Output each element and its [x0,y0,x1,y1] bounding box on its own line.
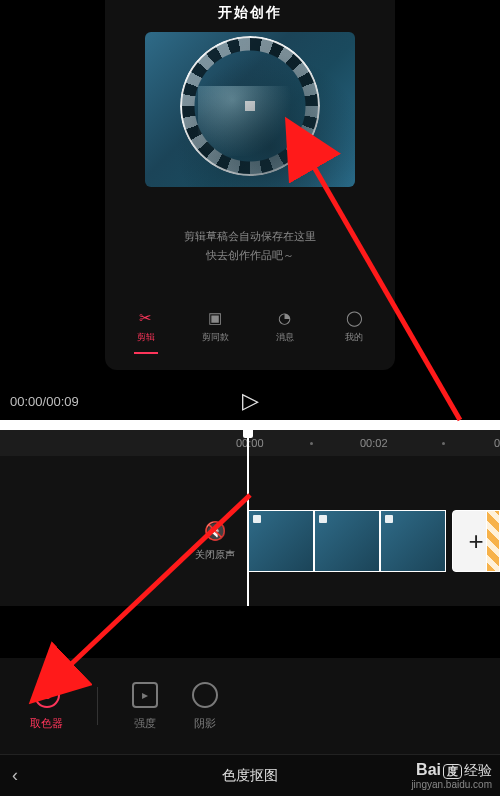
preview-thumbnail[interactable] [145,32,355,187]
nav-label: 我的 [345,331,363,344]
tick-label: 00:00 [236,437,264,449]
bottom-nav: ✂ 剪辑 ▣ 剪同款 ◔ 消息 ◯ 我的 [105,309,395,370]
tick-label: 00:02 [360,437,388,449]
tool-label: 强度 [134,716,156,731]
video-clip[interactable] [380,510,446,572]
draft-hint: 剪辑草稿会自动保存在这里 快去创作作品吧～ [184,227,316,264]
chroma-toolbar: 取色器 ▸ 强度 阴影 [0,658,500,754]
clip-decor [486,510,500,572]
playhead[interactable] [247,430,249,606]
video-clip[interactable] [248,510,314,572]
bell-icon: ◔ [276,309,294,327]
mute-label: 关闭原声 [195,548,235,562]
transport-bar: 00:00/00:09 ▷ [0,384,500,418]
video-clip[interactable] [314,510,380,572]
mute-icon: 🔇 [204,520,226,542]
nav-messages[interactable]: ◔ 消息 [250,309,320,354]
start-title: 开始创作 [218,4,282,22]
nav-edit[interactable]: ✂ 剪辑 [111,309,181,354]
tool-label: 取色器 [30,716,63,731]
mute-toggle[interactable]: 🔇 关闭原声 [195,520,235,562]
nav-label: 剪同款 [202,331,229,344]
hint-line-1: 剪辑草稿会自动保存在这里 [184,227,316,246]
scissors-icon: ✂ [137,309,155,327]
nav-profile[interactable]: ◯ 我的 [320,309,390,354]
hint-line-2: 快去创作作品吧～ [184,246,316,265]
back-button[interactable]: ‹ [12,765,18,786]
template-icon: ▣ [206,309,224,327]
watermark: Bai度经验 jingyan.baidu.com [411,761,492,790]
nav-template[interactable]: ▣ 剪同款 [181,309,251,354]
play-button[interactable]: ▷ [242,390,259,412]
tick-dot [310,442,313,445]
nav-label: 消息 [276,331,294,344]
picker-icon [34,682,60,708]
tool-label: 阴影 [194,716,216,731]
intensity-icon: ▸ [132,682,158,708]
panel-title: 色度抠图 [222,767,278,785]
tool-shadow[interactable]: 阴影 [192,682,218,731]
shadow-icon [192,682,218,708]
nav-label: 剪辑 [137,331,155,344]
time-readout: 00:00/00:09 [10,394,79,409]
color-picker-ring [180,36,320,176]
user-icon: ◯ [345,309,363,327]
toolbar-divider [97,687,98,725]
clip-strip: + [248,510,500,572]
tick-label: 0 [494,437,500,449]
tool-intensity[interactable]: ▸ 强度 [132,682,158,731]
app-start-panel: 开始创作 剪辑草稿会自动保存在这里 快去创作作品吧～ ✂ 剪辑 ▣ 剪同款 ◔ … [105,0,395,370]
tick-dot [442,442,445,445]
color-picker-center [245,101,255,111]
tool-color-picker[interactable]: 取色器 [30,682,63,731]
